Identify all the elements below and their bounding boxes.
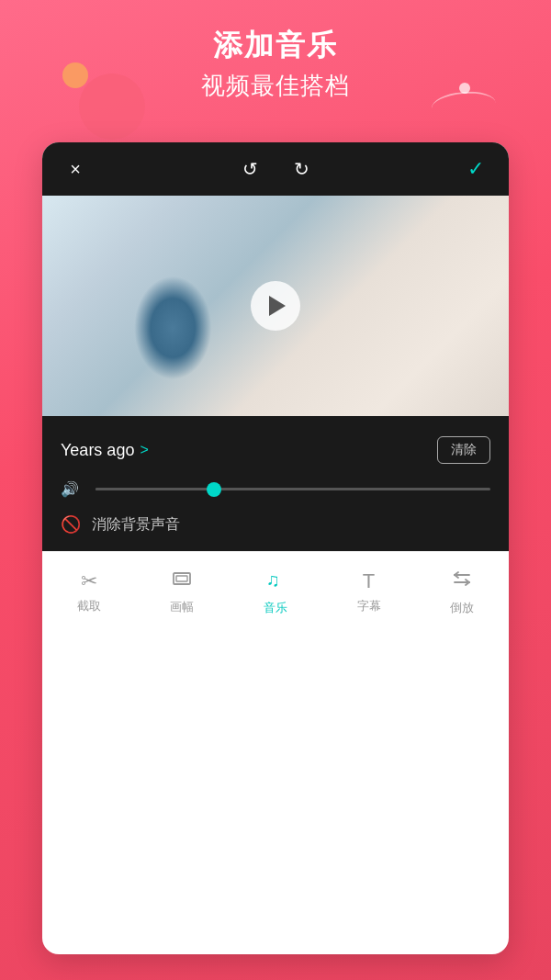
clear-button[interactable]: 清除 [437, 436, 490, 464]
bottom-toolbar: 截取 画幅 ♫ 音乐 T 字幕 [42, 551, 509, 632]
volume-slider[interactable] [96, 488, 490, 490]
dark-panel: Years ago > 清除 🔊 🚫 消除背景声音 [42, 416, 509, 551]
music-icon: ♫ [264, 568, 287, 595]
toolbar-item-music[interactable]: ♫ 音乐 [229, 568, 322, 616]
svg-rect-1 [176, 576, 187, 581]
track-name-label: Years ago [61, 441, 134, 460]
volume-thumb[interactable] [207, 482, 221, 497]
volume-row: 🔊 [61, 480, 490, 498]
close-button[interactable]: × [61, 154, 90, 184]
toolbar-label-music: 音乐 [264, 600, 287, 616]
toolbar-item-reverse[interactable]: 倒放 [415, 568, 509, 616]
video-preview [42, 196, 509, 416]
music-track-row: Years ago > 清除 [61, 436, 490, 464]
confirm-button[interactable]: ✓ [461, 154, 490, 184]
play-icon [269, 296, 286, 316]
toolbar-label-reverse: 倒放 [450, 600, 474, 616]
toolbar-item-trim[interactable]: 截取 [42, 569, 136, 614]
volume-icon: 🔊 [61, 480, 83, 498]
toolbar-item-caption[interactable]: T 字幕 [322, 569, 416, 614]
play-button[interactable] [251, 281, 300, 331]
toolbar-label-trim: 截取 [77, 598, 101, 614]
reverse-icon [451, 568, 473, 595]
volume-fill [96, 488, 214, 490]
remove-sound-label: 消除背景声音 [92, 515, 180, 535]
top-bar-center: ↺ ↻ [235, 154, 316, 184]
remove-sound-row[interactable]: 🚫 消除背景声音 [61, 514, 490, 535]
phone-frame: × ↺ ↻ ✓ Years ago > 清除 🔊 [42, 142, 509, 954]
track-chevron-icon: > [140, 442, 148, 458]
hero-line2: 视频最佳搭档 [0, 70, 551, 102]
undo-button[interactable]: ↺ [235, 154, 264, 184]
redo-button[interactable]: ↻ [287, 154, 316, 184]
svg-text:♫: ♫ [266, 569, 280, 590]
toolbar-item-frame[interactable]: 画幅 [136, 569, 230, 615]
toolbar-label-caption: 字幕 [357, 598, 381, 614]
no-sound-icon: 🚫 [61, 514, 81, 535]
top-bar: × ↺ ↻ ✓ [42, 142, 509, 196]
caption-icon: T [363, 569, 375, 593]
hero-section: 添加音乐 视频最佳搭档 [0, 26, 551, 102]
toolbar-label-frame: 画幅 [170, 599, 194, 615]
track-name-container[interactable]: Years ago > [61, 441, 149, 460]
hero-line1: 添加音乐 [0, 26, 551, 66]
frame-icon [172, 569, 192, 594]
scissors-icon [81, 569, 97, 593]
